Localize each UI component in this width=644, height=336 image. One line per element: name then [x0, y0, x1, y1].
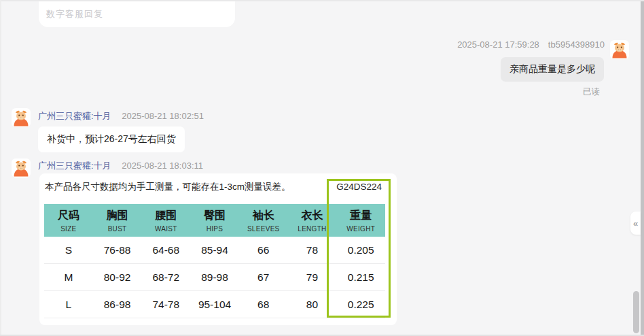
size-chart-disclaimer: 本产品各尺寸数据均为手工测量，可能存在1-3cm测量误差。	[45, 181, 291, 193]
seller-name[interactable]: 广州三只蜜獾:十月	[38, 161, 111, 171]
seller-name[interactable]: 广州三只蜜獾:十月	[38, 111, 111, 121]
seller-message-2-head: 广州三只蜜獾:十月 2025-08-21 18:03:11	[38, 160, 203, 172]
column-header-size: 尺码 SIZE	[44, 204, 93, 237]
seller-message-1-bubble: 补货中，预计26-27号左右回货	[38, 127, 185, 152]
table-row-s: S 76-88 64-68 85-94 66 78 0.205	[44, 237, 385, 264]
seller-avatar[interactable]	[12, 108, 31, 127]
chat-window: 数字客服回复 2025-08-21 17:59:28tb5954398910 亲…	[0, 0, 644, 336]
table-row-l: L 86-98 74-78 95-104 68 80 0.225	[44, 291, 385, 318]
collapse-panel-tab[interactable]: «	[630, 212, 641, 235]
column-header-length: 衣长 LENGTH	[288, 204, 337, 237]
customer-message-timestamp: 2025-08-21 17:59:28	[457, 39, 539, 50]
column-header-waist: 腰围 WAIST	[141, 204, 190, 237]
window-top-edge	[0, 0, 644, 1]
seller-message-1-text: 补货中，预计26-27号左右回货	[47, 133, 176, 144]
scrollbar-thumb[interactable]	[633, 291, 639, 333]
bull-avatar-icon	[12, 108, 31, 127]
column-header-weight: 重量 WEIGHT	[336, 204, 385, 237]
seller-message-2-timestamp: 2025-08-21 18:03:11	[122, 161, 203, 171]
digital-service-reply-label: 数字客服回复	[46, 8, 103, 20]
bull-avatar-icon	[12, 158, 31, 178]
table-row-m: M 80-92 68-72 89-98 67 79 0.215	[44, 264, 385, 291]
column-header-bust: 胸围 BUST	[93, 204, 142, 237]
column-header-hips: 臀围 HIPS	[190, 204, 239, 237]
product-code: G24DS224	[336, 182, 382, 192]
size-chart-header-row: 尺码 SIZE 胸围 BUST 腰围 WAIST 臀围 HIPS 袖长 SLEE…	[44, 204, 385, 237]
customer-avatar[interactable]	[610, 40, 629, 59]
seller-avatar[interactable]	[12, 158, 31, 178]
double-chevron-left-icon: «	[633, 219, 638, 228]
seller-message-1-head: 广州三只蜜獾:十月 2025-08-21 18:02:51	[38, 110, 204, 122]
window-left-edge	[0, 0, 1, 336]
seller-message-1-timestamp: 2025-08-21 18:02:51	[122, 111, 204, 121]
digital-service-reply-bubble[interactable]: 数字客服回复	[39, 0, 235, 27]
column-header-sleeves: 袖长 SLEEVES	[239, 204, 288, 237]
customer-message-meta: 2025-08-21 17:59:28tb5954398910	[457, 39, 605, 50]
bull-avatar-icon	[610, 40, 629, 59]
customer-message-text: 亲商品重量是多少呢	[509, 63, 595, 74]
window-right-edge	[641, 0, 644, 336]
customer-user-id: tb5954398910	[548, 39, 605, 50]
read-status: 已读	[583, 86, 600, 98]
customer-message-bubble: 亲商品重量是多少呢	[501, 57, 604, 82]
size-chart-image[interactable]: 本产品各尺寸数据均为手工测量，可能存在1-3cm测量误差。 G24DS224 尺…	[39, 173, 397, 325]
